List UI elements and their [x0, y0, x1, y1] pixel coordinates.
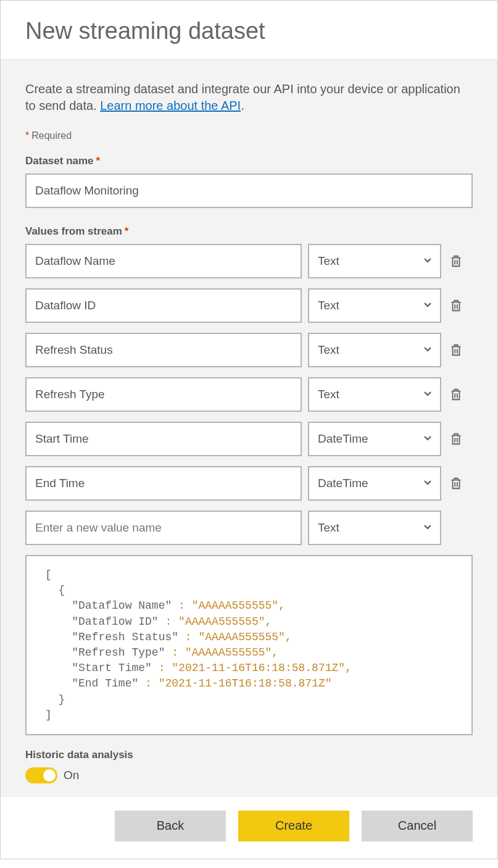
- value-type-text: DateTime: [318, 477, 368, 490]
- value-type-text: Text: [318, 388, 339, 401]
- values-from-stream-label: Values from stream*: [25, 225, 473, 238]
- trash-icon[interactable]: [447, 297, 465, 314]
- dialog-body: Create a streaming dataset and integrate…: [1, 60, 497, 797]
- value-name-input[interactable]: [25, 466, 302, 501]
- dataset-name-input[interactable]: [25, 173, 473, 208]
- trash-icon[interactable]: [447, 252, 465, 270]
- value-type-text: Text: [318, 299, 339, 312]
- learn-more-link[interactable]: Learn more about the API: [100, 99, 241, 112]
- value-name-input[interactable]: [25, 377, 302, 412]
- stream-value-row: Text: [25, 288, 473, 323]
- values-from-stream-field: Values from stream* TextTextTextTextDate…: [25, 225, 473, 783]
- value-type-select[interactable]: Text: [308, 244, 441, 278]
- create-button[interactable]: Create: [238, 811, 349, 841]
- chevron-down-icon: [423, 388, 433, 401]
- chevron-down-icon: [423, 343, 433, 357]
- historic-toggle[interactable]: [25, 767, 57, 783]
- required-star-icon: *: [96, 155, 101, 167]
- value-type-text: Text: [318, 343, 339, 357]
- historic-data-analysis-label: Historic data analysis: [25, 749, 473, 761]
- required-hint: *Required: [25, 130, 473, 141]
- historic-toggle-row: On: [25, 767, 473, 783]
- value-type-select[interactable]: DateTime: [308, 466, 441, 501]
- json-preview: [ { "Dataflow Name" : "AAAAA555555", "Da…: [25, 555, 473, 735]
- new-streaming-dataset-dialog: New streaming dataset Create a streaming…: [0, 0, 498, 859]
- dataset-name-field: Dataset name*: [25, 155, 473, 208]
- stream-value-rows: TextTextTextTextDateTimeDateTimeText: [25, 244, 473, 545]
- historic-toggle-state: On: [64, 769, 79, 782]
- dialog-header: New streaming dataset: [1, 1, 497, 60]
- value-name-input[interactable]: [25, 422, 302, 456]
- dialog-title: New streaming dataset: [25, 18, 473, 44]
- value-name-input[interactable]: [25, 333, 302, 367]
- value-type-text: Text: [318, 254, 339, 268]
- trash-icon[interactable]: [447, 430, 465, 448]
- value-name-input[interactable]: [25, 288, 302, 323]
- chevron-down-icon: [423, 521, 433, 535]
- chevron-down-icon: [423, 299, 433, 312]
- trash-icon[interactable]: [447, 475, 465, 492]
- trash-icon[interactable]: [447, 341, 465, 359]
- new-value-name-input[interactable]: [25, 511, 302, 545]
- intro-text: Create a streaming dataset and integrate…: [25, 81, 473, 114]
- chevron-down-icon: [423, 432, 433, 446]
- stream-value-new-row: Text: [25, 511, 473, 545]
- dialog-footer: Back Create Cancel: [1, 797, 497, 859]
- value-name-input[interactable]: [25, 244, 302, 278]
- value-type-select[interactable]: Text: [308, 333, 441, 367]
- stream-value-row: Text: [25, 244, 473, 278]
- stream-value-row: DateTime: [25, 422, 473, 456]
- value-type-text: DateTime: [318, 432, 368, 446]
- required-star-icon: *: [25, 130, 29, 141]
- value-type-select[interactable]: Text: [308, 288, 441, 323]
- new-value-type-select[interactable]: Text: [308, 511, 441, 545]
- value-type-select[interactable]: Text: [308, 377, 441, 412]
- cancel-button[interactable]: Cancel: [362, 811, 473, 841]
- trash-icon[interactable]: [447, 386, 465, 403]
- dataset-name-label: Dataset name*: [25, 155, 473, 167]
- chevron-down-icon: [423, 254, 433, 268]
- stream-value-row: Text: [25, 377, 473, 412]
- stream-value-row: Text: [25, 333, 473, 367]
- required-star-icon: *: [125, 225, 129, 237]
- value-type-select[interactable]: DateTime: [308, 422, 441, 456]
- back-button[interactable]: Back: [115, 811, 226, 841]
- stream-value-row: DateTime: [25, 466, 473, 501]
- toggle-knob: [43, 769, 56, 782]
- value-type-text: Text: [318, 521, 339, 535]
- chevron-down-icon: [423, 477, 433, 490]
